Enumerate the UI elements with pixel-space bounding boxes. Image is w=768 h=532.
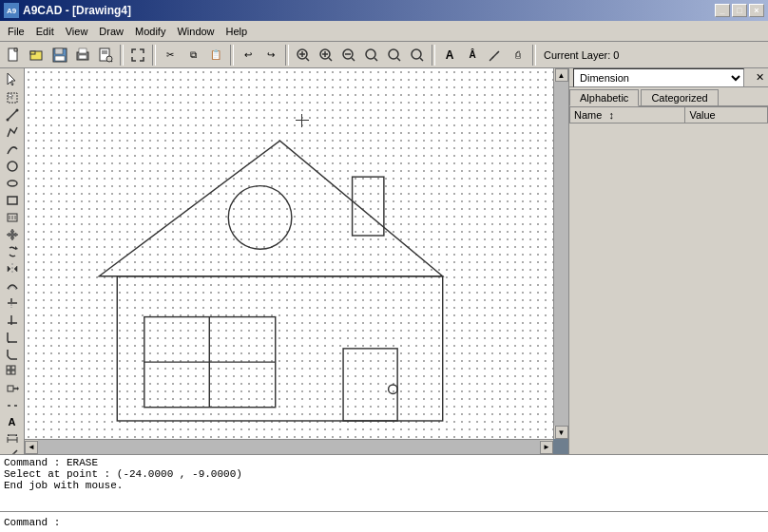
menu-edit[interactable]: Edit	[30, 24, 60, 39]
tool-array[interactable]	[2, 364, 23, 379]
zoom-all-button[interactable]	[407, 45, 428, 66]
drawing-svg	[25, 68, 553, 439]
text-style-button[interactable]: A	[439, 45, 460, 66]
tool-dimension[interactable]	[2, 430, 23, 446]
cut-button[interactable]: ✂	[160, 45, 181, 66]
tool-cursor[interactable]	[2, 71, 23, 88]
print2-button[interactable]: ⎙	[508, 45, 528, 66]
print-button[interactable]	[72, 45, 93, 66]
sep5	[432, 45, 435, 66]
tool-rotate[interactable]	[2, 244, 23, 259]
svg-marker-32	[8, 73, 15, 86]
tool-ellipse[interactable]	[2, 176, 23, 191]
svg-line-26	[374, 58, 377, 61]
svg-marker-66	[17, 387, 19, 390]
h-scroll-track[interactable]	[38, 440, 540, 454]
close-button[interactable]: ×	[749, 4, 764, 17]
copy-button[interactable]: ⧉	[182, 45, 203, 66]
v-scroll-track[interactable]	[554, 82, 568, 426]
tab-alphabetic[interactable]: Alphabetic	[569, 89, 639, 106]
command-prompt-label: Command :	[4, 517, 60, 528]
main-area: A	[0, 68, 768, 454]
sep3	[230, 45, 234, 66]
menu-draw[interactable]: Draw	[93, 24, 129, 39]
redo-button[interactable]: ↪	[260, 45, 281, 66]
tool-measure[interactable]	[2, 447, 23, 454]
svg-rect-92	[343, 349, 397, 421]
save-button[interactable]	[49, 45, 70, 66]
tool-chamfer[interactable]	[2, 347, 23, 362]
col-value: Value	[685, 107, 768, 124]
scroll-left-button[interactable]: ◄	[25, 441, 38, 454]
zoom-extent-button[interactable]	[127, 45, 148, 66]
command-line-1: Command : ERASE	[4, 457, 764, 468]
paste-button[interactable]: 📋	[205, 45, 226, 66]
tab-categorized[interactable]: Categorized	[641, 89, 718, 105]
tool-select-box[interactable]	[2, 90, 23, 105]
undo-button[interactable]: ↩	[238, 45, 259, 66]
scroll-right-button[interactable]: ►	[540, 441, 553, 454]
tool-stretch[interactable]	[2, 381, 23, 396]
text-button[interactable]: Â	[462, 45, 483, 66]
minimize-button[interactable]: _	[715, 4, 730, 17]
command-line-2: Select at point : (-24.0000 , -9.0000)	[4, 468, 764, 480]
svg-point-27	[389, 49, 398, 59]
menu-file[interactable]: File	[2, 24, 30, 39]
tool-rectangle[interactable]	[2, 193, 23, 208]
tool-extend[interactable]	[2, 313, 23, 328]
properties-table: Name ↕ Value	[569, 106, 768, 124]
maximize-button[interactable]: □	[732, 4, 747, 17]
tool-circle[interactable]	[2, 159, 23, 174]
tool-offset[interactable]	[2, 278, 23, 294]
svg-rect-8	[79, 48, 86, 53]
tool-text[interactable]: A	[2, 415, 23, 428]
menu-bar: File Edit View Draw Modify Window Help	[0, 21, 768, 42]
col-name: Name ↕	[570, 107, 685, 124]
tool-polyline[interactable]	[2, 124, 23, 140]
current-layer-label: Current Layer: 0	[544, 49, 619, 61]
tool-trim[interactable]	[2, 295, 23, 311]
svg-line-58	[8, 356, 10, 359]
menu-modify[interactable]: Modify	[129, 24, 171, 39]
tool-move[interactable]	[2, 227, 23, 242]
menu-view[interactable]: View	[60, 24, 94, 39]
svg-line-15	[306, 58, 309, 61]
svg-line-28	[397, 58, 400, 61]
sep2	[152, 45, 156, 66]
menu-window[interactable]: Window	[171, 24, 220, 39]
command-input-row: Command :	[0, 511, 768, 532]
svg-rect-63	[11, 370, 15, 374]
tool-line[interactable]	[2, 107, 23, 123]
panel-tabs: Alphabetic Categorized	[569, 87, 768, 106]
panel-dropdown[interactable]: Dimension Line Arc Circle	[573, 68, 744, 87]
panel-close-button[interactable]: ✕	[756, 71, 764, 84]
zoom-in-w-button[interactable]	[293, 45, 314, 66]
tool-fillet[interactable]	[2, 330, 23, 345]
app-title: A9CAD - [Drawing4]	[23, 4, 131, 17]
menu-help[interactable]: Help	[221, 24, 254, 39]
tool-break[interactable]	[2, 398, 23, 413]
drawing-canvas[interactable]	[25, 68, 553, 439]
tool-arc[interactable]	[2, 142, 23, 157]
open-button[interactable]	[27, 45, 48, 66]
canvas-area[interactable]: ▲ ▼ ◄ ►	[25, 68, 568, 454]
panel-header: Dimension Line Arc Circle ✕	[569, 68, 768, 87]
horizontal-scrollbar[interactable]: ◄ ►	[25, 439, 553, 454]
svg-marker-45	[7, 229, 18, 240]
zoom-fit-button[interactable]	[361, 45, 382, 66]
preview-button[interactable]	[95, 45, 116, 66]
title-bar: A9 A9CAD - [Drawing4] _ □ ×	[0, 0, 768, 21]
svg-point-25	[366, 49, 375, 59]
zoom-out-button[interactable]	[338, 45, 359, 66]
zoom-prev-button[interactable]	[384, 45, 405, 66]
scroll-up-button[interactable]: ▲	[555, 68, 568, 82]
new-button[interactable]	[4, 45, 25, 66]
command-input[interactable]	[60, 517, 764, 528]
tool-mirror[interactable]	[2, 261, 23, 276]
link-button[interactable]	[485, 45, 506, 66]
svg-point-93	[389, 385, 398, 394]
scroll-down-button[interactable]: ▼	[555, 426, 568, 439]
zoom-in-button[interactable]	[316, 45, 336, 66]
vertical-scrollbar[interactable]: ▲ ▼	[553, 68, 568, 439]
tool-hatch[interactable]	[2, 210, 23, 225]
